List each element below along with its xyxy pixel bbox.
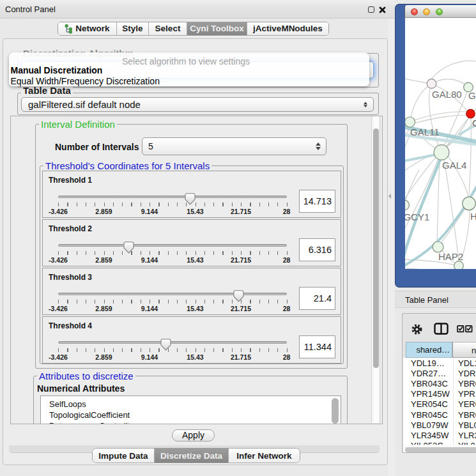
- svg-text:GAL: GAL: [468, 90, 476, 101]
- svg-text:GAL4: GAL4: [442, 160, 466, 171]
- svg-text:HAP2: HAP2: [438, 251, 463, 262]
- svg-text:GCY1: GCY1: [405, 211, 429, 222]
- svg-text:HX: HX: [470, 211, 476, 222]
- svg-text:CD: CD: [472, 118, 476, 128]
- svg-text:GAL80: GAL80: [432, 89, 462, 100]
- svg-text:GAL11: GAL11: [410, 127, 440, 137]
